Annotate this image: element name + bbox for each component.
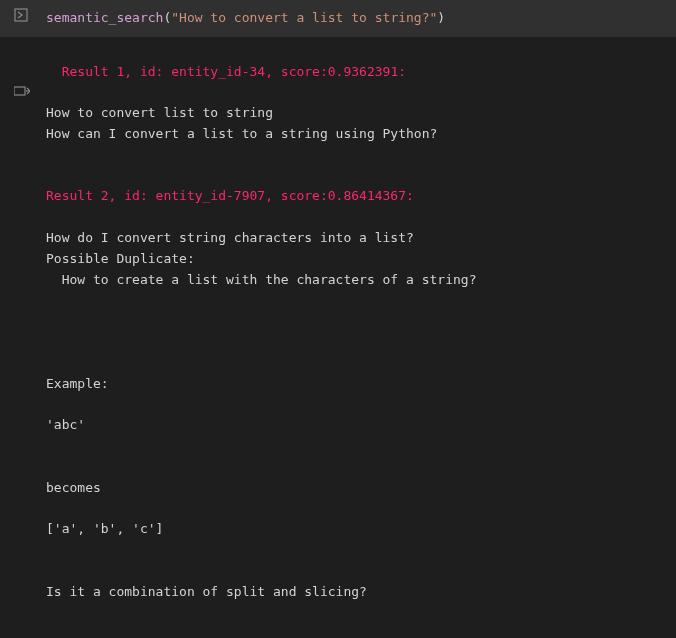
result-2-header: Result 2, id: entity_id-7907, score:0.86… — [46, 188, 414, 203]
svg-rect-1 — [14, 87, 25, 95]
result-2-body: How do I convert string characters into … — [46, 230, 476, 599]
result-1-body: How to convert list to string How can I … — [46, 105, 437, 141]
code-output-cell: Result 1, id: entity_id-34, score:0.9362… — [0, 37, 676, 638]
code-input-cell[interactable]: semantic_search("How to convert a list t… — [0, 0, 676, 37]
input-prompt-icon — [14, 8, 28, 22]
string-argument: "How to convert a list to string?" — [171, 10, 437, 25]
output-prompt-icon — [14, 43, 45, 140]
result-1-header: Result 1, id: entity_id-34, score:0.9362… — [62, 64, 406, 79]
function-name: semantic_search — [46, 10, 163, 25]
close-paren: ) — [437, 10, 445, 25]
